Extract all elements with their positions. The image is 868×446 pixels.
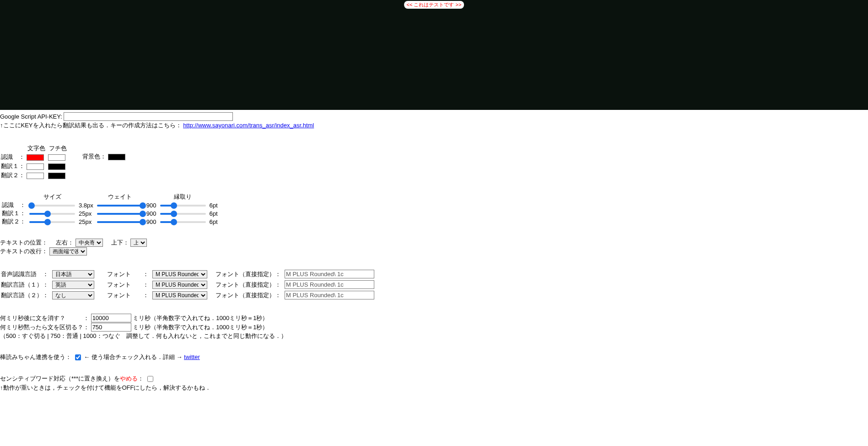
t1-size-value: 25px bbox=[77, 209, 95, 218]
t2-font-select[interactable]: M PLUS Rounded 1c bbox=[152, 291, 207, 299]
color-row-recog-label: 認識 ： bbox=[0, 152, 26, 162]
slider-row-recog: 認識 ： 3.8px 900 6pt bbox=[0, 201, 220, 209]
api-key-label: Google Script API-KEY: bbox=[0, 113, 64, 120]
t2-font-direct-label: フォント（直接指定）： bbox=[211, 290, 284, 300]
t2-weight-value: 900 bbox=[145, 218, 158, 226]
t1-outline-color[interactable] bbox=[48, 163, 65, 170]
recog-weight-value: 900 bbox=[145, 201, 158, 209]
split-ms-input[interactable] bbox=[91, 323, 131, 332]
recog-size-slider[interactable] bbox=[29, 202, 75, 209]
t2-text-color[interactable] bbox=[27, 173, 44, 179]
t2-font-label: フォント ： bbox=[98, 290, 151, 300]
recog-font-select[interactable]: M PLUS Rounded 1c bbox=[152, 270, 207, 278]
color-table: 文字色 フチ色 認識 ： 翻訳１： 翻訳２： bbox=[0, 144, 69, 180]
t2-lang-label: 翻訳言語（２）： bbox=[1, 290, 51, 300]
recog-font-label: フォント ： bbox=[98, 269, 151, 279]
bg-color-row: 背景色： bbox=[82, 152, 125, 180]
color-row-t1-label: 翻訳１： bbox=[0, 162, 26, 171]
t2-outline-value: 6pt bbox=[208, 218, 220, 226]
t2-outline-slider[interactable] bbox=[160, 219, 206, 225]
t2-outline-color[interactable] bbox=[48, 173, 65, 179]
slider-header-weight: ウェイト bbox=[95, 193, 145, 201]
text-pos-tb-select[interactable]: 上 bbox=[130, 239, 147, 247]
split-ms-label: 何ミリ秒黙ったら文を区切る？： bbox=[0, 324, 89, 331]
t1-weight-slider[interactable] bbox=[97, 211, 143, 217]
t1-size-slider[interactable] bbox=[29, 211, 75, 217]
t1-font-direct-input[interactable] bbox=[285, 280, 374, 289]
api-hint-link[interactable]: http://www.sayonari.com/trans_asr/index_… bbox=[183, 122, 314, 129]
split-ms-suffix: ミリ秒（半角数字で入れてね．1000ミリ秒＝1秒） bbox=[133, 324, 268, 331]
t1-font-label: フォント ： bbox=[98, 280, 151, 289]
t1-outline-slider[interactable] bbox=[160, 211, 206, 217]
text-pos-lr-select[interactable]: 中央寄せ bbox=[75, 239, 103, 247]
recog-outline-value: 6pt bbox=[208, 201, 220, 209]
recog-weight-slider[interactable] bbox=[97, 202, 143, 209]
t1-font-select[interactable]: M PLUS Rounded 1c bbox=[152, 281, 207, 289]
api-key-row: Google Script API-KEY: bbox=[0, 112, 868, 121]
recog-outline-color[interactable] bbox=[48, 154, 65, 161]
lang-table: 音声認識言語 ： 日本語 フォント ： M PLUS Rounded 1c フォ… bbox=[0, 268, 378, 301]
t2-size-value: 25px bbox=[77, 218, 95, 226]
clear-ms-suffix: ミリ秒（半角数字で入れてね．1000ミリ秒＝1秒） bbox=[133, 315, 268, 321]
t2-size-slider[interactable] bbox=[29, 219, 75, 225]
t2-weight-slider[interactable] bbox=[97, 219, 143, 225]
sensitive-label-suffix: ： bbox=[138, 375, 144, 382]
text-wrap-select[interactable]: 画面端で改行 bbox=[49, 247, 87, 256]
t1-outline-value: 6pt bbox=[208, 209, 220, 218]
clear-ms-input[interactable] bbox=[91, 314, 131, 322]
slider-row-t2-label: 翻訳２： bbox=[0, 218, 27, 226]
t2-lang-select[interactable]: なし bbox=[52, 291, 94, 299]
slider-table: サイズ ウェイト 縁取り 認識 ： 3.8px 900 6pt 翻訳１： 25p… bbox=[0, 193, 220, 226]
api-hint-text: ↑ここにKEYを入れたら翻訳結果も出る．キーの作成方法はこちら： bbox=[0, 122, 182, 129]
text-pos-label: テキストの位置： bbox=[0, 239, 48, 246]
recog-font-direct-label: フォント（直接指定）： bbox=[211, 269, 284, 279]
recog-font-direct-input[interactable] bbox=[285, 270, 374, 278]
recog-outline-slider[interactable] bbox=[160, 202, 206, 209]
slider-row-t1-label: 翻訳１： bbox=[0, 209, 27, 218]
slider-row-t1: 翻訳１： 25px 900 6pt bbox=[0, 209, 220, 218]
preview-area bbox=[0, 0, 868, 110]
sensitive-label-prefix: センシティブワード対応（***に置き換え）を bbox=[0, 375, 120, 382]
t1-weight-value: 900 bbox=[145, 209, 158, 218]
text-pos-lr-label: 左右： bbox=[56, 239, 74, 246]
color-header-text: 文字色 bbox=[26, 144, 47, 152]
recog-size-value: 3.8px bbox=[77, 201, 95, 209]
recog-text-color[interactable] bbox=[27, 154, 44, 161]
test-banner: << これはテストです >> bbox=[404, 1, 464, 9]
text-pos-tb-label: 上下： bbox=[111, 239, 129, 246]
recog-lang-label: 音声認識言語 ： bbox=[1, 269, 51, 279]
slider-header-outline: 縁取り bbox=[158, 193, 208, 201]
recog-lang-select[interactable]: 日本語 bbox=[52, 270, 94, 278]
split-ms-hint: （500：すぐ切る | 750：普通 | 1000：つなぐ 調整して．何も入れな… bbox=[0, 332, 868, 340]
text-wrap-label: テキストの改行： bbox=[0, 248, 48, 255]
bouyomi-label-suffix: ← 使う場合チェック入れる．詳細 → bbox=[84, 354, 184, 360]
t1-lang-select[interactable]: 英語 bbox=[52, 281, 94, 289]
sensitive-checkbox[interactable] bbox=[147, 376, 153, 382]
t1-text-color[interactable] bbox=[27, 163, 44, 170]
slider-row-recog-label: 認識 ： bbox=[0, 201, 27, 209]
api-key-input[interactable] bbox=[64, 112, 233, 121]
slider-row-t2: 翻訳２： 25px 900 6pt bbox=[0, 218, 220, 226]
bouyomi-checkbox[interactable] bbox=[75, 354, 81, 360]
clear-ms-label: 何ミリ秒後に文を消す？ ： bbox=[0, 315, 89, 321]
color-row-t2-label: 翻訳２： bbox=[0, 171, 26, 180]
slider-header-size: サイズ bbox=[27, 193, 77, 201]
t1-lang-label: 翻訳言語（１）： bbox=[1, 280, 51, 289]
color-header-outline: フチ色 bbox=[47, 144, 69, 152]
t1-font-direct-label: フォント（直接指定）： bbox=[211, 280, 284, 289]
bg-color-label: 背景色： bbox=[82, 153, 106, 160]
sensitive-label-red: やめる bbox=[120, 375, 138, 382]
api-hint-row: ↑ここにKEYを入れたら翻訳結果も出る．キーの作成方法はこちら： http://… bbox=[0, 121, 868, 130]
bouyomi-label-prefix: 棒読みちゃん連携を使う： bbox=[0, 354, 71, 360]
bouyomi-link[interactable]: twitter bbox=[184, 354, 200, 360]
sensitive-hint: ↑動作が重いときは，チェックを付けて機能をOFFにしたら，解決するかもね． bbox=[0, 384, 868, 392]
t2-font-direct-input[interactable] bbox=[285, 291, 374, 299]
bg-color[interactable] bbox=[108, 154, 125, 160]
